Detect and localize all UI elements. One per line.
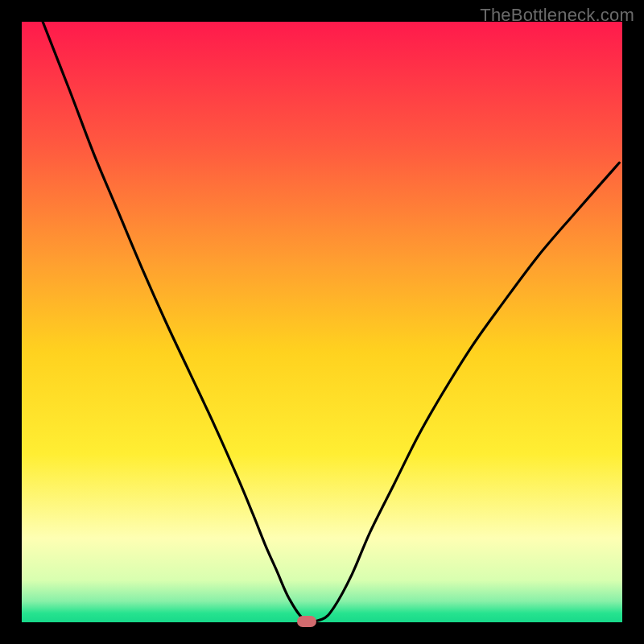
minimum-marker: [297, 616, 316, 627]
plot-svg: [22, 22, 622, 622]
gradient-background: [22, 22, 622, 622]
chart-frame: TheBottleneck.com: [0, 0, 644, 644]
plot-area: [22, 22, 622, 622]
